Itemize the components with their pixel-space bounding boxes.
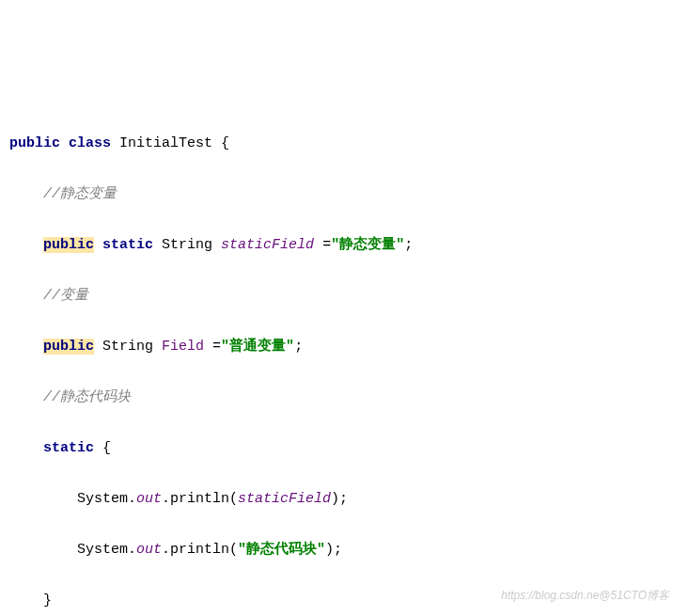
println: .println(	[162, 542, 238, 558]
semicolon: ;	[404, 237, 413, 253]
code-line: public String Field ="普通变量";	[9, 334, 679, 359]
comment: //静态变量	[43, 186, 117, 202]
code-line: public static String staticField ="静态变量"…	[9, 232, 679, 258]
out-field: out	[136, 491, 162, 507]
code-line: //静态代码块	[9, 385, 679, 410]
semicolon: ;	[294, 339, 303, 355]
keyword-static: static	[102, 237, 153, 253]
out-field: out	[136, 542, 162, 558]
comment: //变量	[43, 288, 88, 304]
close-paren: );	[325, 542, 342, 558]
code-line: System.out.println("静态代码块");	[9, 537, 679, 562]
type-string: String	[162, 237, 212, 253]
system-call: System.	[77, 542, 136, 558]
keyword-public: public	[9, 135, 60, 151]
string-literal: "静态代码块"	[238, 542, 325, 558]
comment: //静态代码块	[43, 389, 131, 405]
close-paren: );	[331, 491, 348, 507]
arg-field: staticField	[238, 491, 331, 507]
code-line: public class InitialTest {	[9, 131, 679, 156]
code-block: public class InitialTest { //静态变量 public…	[9, 105, 679, 616]
brace: {	[212, 135, 229, 151]
brace: }	[43, 592, 52, 608]
println: .println(	[162, 491, 238, 507]
equals: =	[314, 237, 331, 253]
class-name: InitialTest	[119, 135, 212, 151]
field-name: staticField	[221, 237, 314, 253]
string-literal: "普通变量"	[221, 339, 294, 355]
brace: {	[94, 440, 111, 456]
keyword-public: public	[43, 339, 94, 355]
string-literal: "静态变量"	[331, 237, 404, 253]
keyword-public: public	[43, 237, 94, 253]
equals: =	[204, 339, 221, 355]
watermark-text: https://blog.csdn.ne@51CTO博客	[501, 583, 669, 608]
code-line: static {	[9, 435, 679, 461]
code-line: System.out.println(staticField);	[9, 486, 679, 512]
code-line: //变量	[9, 283, 679, 308]
keyword-class: class	[69, 135, 111, 151]
code-line: //静态变量	[9, 182, 679, 207]
system-call: System.	[77, 491, 136, 507]
type-string: String	[102, 339, 153, 355]
keyword-static: static	[43, 440, 94, 456]
field-name: Field	[162, 339, 204, 355]
